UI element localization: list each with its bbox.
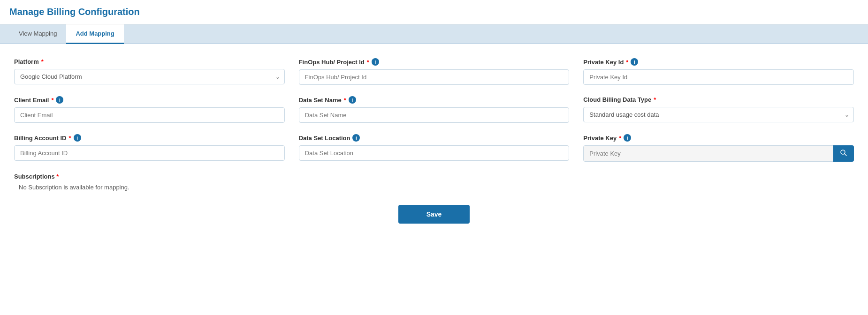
cloud-billing-select[interactable]: Standard usage cost data Detailed usage … [583, 107, 854, 122]
private-key-wrapper [583, 145, 854, 162]
dataset-name-label: Data Set Name * i [299, 96, 570, 104]
dataset-location-info-icon[interactable]: i [352, 134, 360, 142]
dataset-name-info-icon[interactable]: i [349, 96, 356, 104]
billing-account-id-info-icon[interactable]: i [74, 134, 81, 142]
billing-account-id-label: Billing Account ID * i [14, 134, 285, 142]
private-key-label: Private Key * i [583, 134, 854, 142]
finops-label: FinOps Hub/ Project Id * i [299, 58, 570, 66]
client-email-input[interactable] [14, 107, 285, 123]
platform-select[interactable]: Google Cloud Platform AWS Azure [14, 69, 285, 84]
dataset-location-group: Data Set Location i [299, 134, 570, 162]
dataset-name-input[interactable] [299, 107, 570, 123]
finops-input[interactable] [299, 69, 570, 85]
search-icon [840, 149, 847, 158]
finops-required: * [367, 59, 369, 66]
tabs-bar: View Mapping Add Mapping [0, 24, 868, 44]
billing-account-id-group: Billing Account ID * i [14, 134, 285, 162]
client-email-required: * [51, 97, 53, 104]
form-row-1: Platform * Google Cloud Platform AWS Azu… [14, 58, 854, 85]
client-email-group: Client Email * i [14, 96, 285, 123]
dataset-name-group: Data Set Name * i [299, 96, 570, 123]
private-key-id-required: * [626, 59, 628, 66]
tab-add-mapping[interactable]: Add Mapping [66, 24, 123, 44]
finops-info-icon[interactable]: i [372, 58, 379, 66]
dataset-name-required: * [344, 97, 346, 104]
dataset-location-label: Data Set Location i [299, 134, 570, 142]
finops-group: FinOps Hub/ Project Id * i [299, 58, 570, 85]
private-key-id-group: Private Key Id * i [583, 58, 854, 85]
billing-account-id-required: * [69, 135, 71, 142]
save-button[interactable]: Save [398, 205, 470, 224]
platform-select-wrapper: Google Cloud Platform AWS Azure ⌄ [14, 69, 285, 84]
svg-line-1 [845, 154, 846, 156]
client-email-label: Client Email * i [14, 96, 285, 104]
private-key-id-info-icon[interactable]: i [631, 58, 638, 66]
no-subscription-text: No Subscription is available for mapping… [14, 184, 854, 191]
form-container: Platform * Google Cloud Platform AWS Azu… [0, 44, 868, 247]
cloud-billing-select-wrapper: Standard usage cost data Detailed usage … [583, 107, 854, 122]
subscriptions-section: Subscriptions * No Subscription is avail… [14, 173, 854, 191]
cloud-billing-label: Cloud Billing Data Type * [583, 96, 854, 103]
dataset-location-input[interactable] [299, 145, 570, 161]
form-row-3: Billing Account ID * i Data Set Location… [14, 134, 854, 162]
client-email-info-icon[interactable]: i [56, 96, 63, 104]
platform-group: Platform * Google Cloud Platform AWS Azu… [14, 58, 285, 85]
page-title: Manage Billing Configuration [0, 0, 868, 24]
private-key-search-button[interactable] [833, 145, 854, 162]
cloud-billing-required: * [654, 96, 656, 103]
private-key-group: Private Key * i [583, 134, 854, 162]
save-btn-container: Save [14, 205, 854, 238]
platform-required: * [41, 58, 44, 65]
private-key-id-label: Private Key Id * i [583, 58, 854, 66]
private-key-info-icon[interactable]: i [624, 134, 631, 142]
platform-label: Platform * [14, 58, 285, 65]
subscriptions-required: * [56, 173, 59, 180]
subscriptions-label: Subscriptions * [14, 173, 854, 180]
tab-view-mapping[interactable]: View Mapping [9, 24, 66, 44]
billing-account-id-input[interactable] [14, 145, 285, 161]
private-key-input[interactable] [583, 145, 833, 162]
form-row-2: Client Email * i Data Set Name * i Cloud… [14, 96, 854, 123]
cloud-billing-group: Cloud Billing Data Type * Standard usage… [583, 96, 854, 123]
private-key-required: * [619, 135, 621, 142]
private-key-id-input[interactable] [583, 69, 854, 85]
